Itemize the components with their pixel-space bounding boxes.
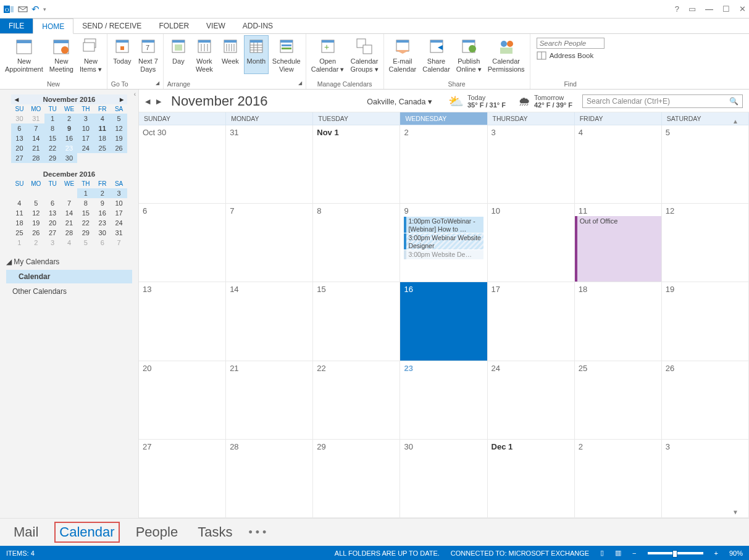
- minical-day[interactable]: 24: [77, 143, 94, 153]
- minical-day[interactable]: [111, 153, 127, 163]
- minical-prev-icon[interactable]: ◀: [15, 97, 19, 102]
- minical-day[interactable]: 9: [61, 123, 78, 133]
- month-view-button[interactable]: Month: [244, 35, 269, 74]
- open-calendar-button[interactable]: + Open Calendar ▾: [309, 35, 347, 74]
- calendar-groups-button[interactable]: Calendar Groups ▾: [348, 35, 380, 74]
- minical-day[interactable]: [44, 188, 61, 198]
- minical-day[interactable]: 31: [28, 114, 44, 123]
- minical-day[interactable]: 1: [11, 238, 28, 248]
- minical-day[interactable]: 22: [77, 218, 94, 228]
- day-cell[interactable]: 2: [575, 440, 662, 518]
- view-normal-icon[interactable]: ▯: [600, 549, 604, 557]
- minical-day[interactable]: 16: [94, 208, 111, 218]
- minical-day[interactable]: 18: [94, 133, 111, 143]
- minical-day[interactable]: 25: [94, 143, 111, 153]
- tab-view[interactable]: VIEW: [198, 19, 234, 33]
- minical-day[interactable]: 5: [77, 238, 94, 248]
- address-book-button[interactable]: Address Book: [537, 51, 605, 60]
- minical-day[interactable]: 29: [77, 228, 94, 238]
- day-cell[interactable]: 10: [488, 204, 575, 282]
- day-cell[interactable]: 4: [575, 125, 662, 204]
- tab-file[interactable]: FILE: [0, 19, 33, 33]
- view-reading-icon[interactable]: ▥: [615, 549, 621, 557]
- collapse-sidebar-icon[interactable]: ‹: [134, 91, 136, 98]
- minical-day[interactable]: 5: [111, 114, 127, 123]
- day-cell[interactable]: 18: [575, 282, 662, 361]
- minical-day[interactable]: 27: [44, 228, 61, 238]
- minical-day[interactable]: 6: [44, 198, 61, 208]
- day-cell[interactable]: Oct 30: [139, 125, 226, 204]
- nav-mail[interactable]: Mail: [10, 523, 42, 541]
- minical-day[interactable]: 27: [11, 153, 28, 163]
- undo-icon[interactable]: ↶: [31, 4, 40, 15]
- new-appointment-button[interactable]: New Appointment: [2, 35, 46, 74]
- minical-day[interactable]: 14: [61, 208, 78, 218]
- minical-day[interactable]: 21: [61, 218, 78, 228]
- calendar-item-selected[interactable]: Calendar: [6, 270, 132, 283]
- day-cell[interactable]: 28: [226, 440, 313, 518]
- other-calendars-header[interactable]: Other Calendars: [6, 283, 132, 299]
- scroll-down-icon[interactable]: ▼: [731, 509, 740, 516]
- allday-event[interactable]: Out of Office: [575, 216, 661, 282]
- minical-day[interactable]: 20: [11, 143, 28, 153]
- minical-day[interactable]: 13: [11, 133, 28, 143]
- minical-day[interactable]: 9: [94, 198, 111, 208]
- prev-month-icon[interactable]: ◀: [145, 98, 150, 106]
- day-cell[interactable]: 29: [313, 440, 400, 518]
- minical-day[interactable]: 8: [77, 198, 94, 208]
- day-view-button[interactable]: Day: [166, 35, 191, 74]
- calendar-event[interactable]: 1:00pm GoToWebinar - [Webinar] How to …: [404, 217, 483, 233]
- day-cell[interactable]: Dec 1: [488, 440, 575, 518]
- minical-day[interactable]: 30: [11, 114, 28, 123]
- group-launcher-arrange-icon[interactable]: ◢: [298, 80, 302, 88]
- weather-location[interactable]: Oakville, Canada ▾: [367, 97, 432, 106]
- close-icon[interactable]: ✕: [739, 4, 746, 14]
- publish-online-button[interactable]: Publish Online ▾: [454, 35, 484, 74]
- day-cell[interactable]: 14: [226, 282, 313, 361]
- minical-day[interactable]: 3: [44, 238, 61, 248]
- minical-day[interactable]: [77, 153, 94, 163]
- qat-dropdown-icon[interactable]: ▾: [43, 6, 46, 12]
- minical-day[interactable]: 30: [94, 228, 111, 238]
- group-launcher-goto-icon[interactable]: ◢: [156, 80, 159, 88]
- minical-day[interactable]: 26: [28, 228, 44, 238]
- minical-day[interactable]: 19: [111, 133, 127, 143]
- day-cell[interactable]: 13: [139, 282, 226, 361]
- day-cell[interactable]: Nov 1: [313, 125, 400, 204]
- minical-day[interactable]: [11, 188, 28, 198]
- day-cell[interactable]: 3: [488, 125, 575, 204]
- next-month-icon[interactable]: ▶: [156, 98, 161, 106]
- minical-day[interactable]: 10: [77, 123, 94, 133]
- ribbon-toggle-icon[interactable]: ▭: [688, 4, 696, 14]
- minical-day[interactable]: 12: [111, 123, 127, 133]
- tab-addins[interactable]: ADD-INS: [234, 19, 282, 33]
- minical-day[interactable]: [61, 188, 78, 198]
- day-cell[interactable]: 17: [488, 282, 575, 361]
- my-calendars-header[interactable]: ◢ My Calendars: [6, 254, 132, 270]
- minical-day[interactable]: 17: [77, 133, 94, 143]
- minical-day[interactable]: [28, 188, 44, 198]
- day-cell[interactable]: 11Out of Office: [575, 204, 662, 282]
- minical-day[interactable]: 15: [44, 133, 61, 143]
- day-cell[interactable]: 16: [400, 282, 487, 361]
- tab-home[interactable]: HOME: [33, 19, 73, 34]
- search-people-input[interactable]: [537, 38, 605, 49]
- minical-day[interactable]: 10: [111, 198, 127, 208]
- day-cell[interactable]: 3: [662, 440, 749, 518]
- minical-day[interactable]: 1: [44, 114, 61, 123]
- minical-day[interactable]: 15: [77, 208, 94, 218]
- minical-day[interactable]: 7: [111, 238, 127, 248]
- scroll-up-icon[interactable]: ▲: [731, 118, 740, 125]
- minical-day[interactable]: 2: [28, 238, 44, 248]
- minical-day[interactable]: 26: [111, 143, 127, 153]
- minical-day[interactable]: 16: [61, 133, 78, 143]
- minical-day[interactable]: [94, 153, 111, 163]
- minical-day[interactable]: 4: [61, 238, 78, 248]
- minical-day[interactable]: 19: [28, 218, 44, 228]
- day-cell[interactable]: 15: [313, 282, 400, 361]
- minical-day[interactable]: 4: [94, 114, 111, 123]
- day-cell[interactable]: 19: [662, 282, 749, 361]
- calendar-permissions-button[interactable]: Calendar Permissions: [485, 35, 527, 74]
- minical-day[interactable]: 13: [44, 208, 61, 218]
- nav-tasks[interactable]: Tasks: [194, 523, 236, 541]
